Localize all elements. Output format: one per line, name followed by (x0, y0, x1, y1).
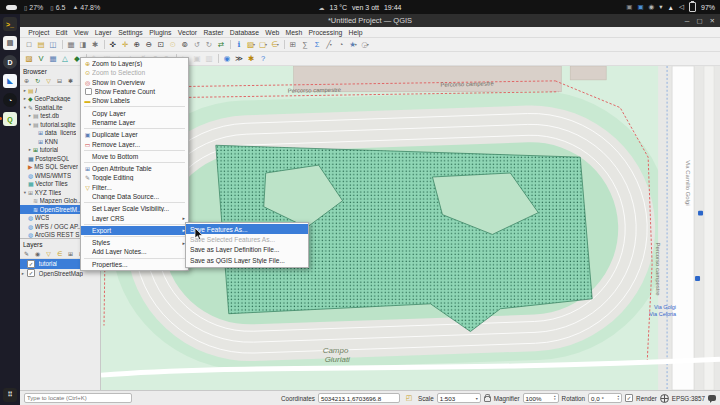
menu-layer[interactable]: Layer (92, 29, 115, 36)
vscode-icon[interactable]: ◣ (3, 74, 17, 88)
menu-mesh[interactable]: Mesh (282, 29, 305, 36)
context-menu-item-remove-layer[interactable]: ▭Remove Layer... (81, 139, 188, 148)
manage-map-themes-icon[interactable]: ◉ (34, 249, 42, 257)
context-menu-item-zoom-to-layer-s[interactable]: ⊕Zoom to Layer(s) (81, 59, 188, 68)
menu-database[interactable]: Database (227, 29, 262, 36)
open-attribute-table-icon[interactable]: ⊞ (288, 39, 299, 50)
zoom-to-selection-icon[interactable]: ⊙ (168, 39, 179, 50)
context-menu-item-rename-layer[interactable]: Rename Layer (81, 118, 188, 127)
context-menu-item-show-labels[interactable]: ▬Show Labels (81, 96, 188, 105)
refresh-map-icon[interactable]: ⇄ (216, 39, 227, 50)
save-project-icon[interactable]: ◫ (48, 39, 59, 50)
osm-place-search-icon[interactable]: ◉ (222, 53, 233, 64)
identify-features-icon[interactable]: ℹ (234, 39, 245, 50)
field-calculator-icon[interactable]: ∑ (300, 39, 311, 50)
deselect-features-dropdown-icon[interactable]: ▾ (265, 42, 267, 47)
layer-visibility-checkbox[interactable]: ✓ (27, 269, 35, 277)
menu-edit[interactable]: Edit (53, 29, 71, 36)
rotation-spinbox[interactable]: 0,0 ° ▴▾ (588, 393, 622, 403)
open-project-icon[interactable]: ▤ (36, 39, 47, 50)
select-by-expression-dropdown-icon[interactable]: ▾ (277, 42, 279, 47)
open-layer-styling-icon[interactable]: ✎ (23, 249, 31, 257)
menu-settings[interactable]: Settings (115, 29, 146, 36)
clock-weather[interactable]: ☁ 13 °C ven 3 ott 19:44 (319, 4, 402, 11)
map-tips-icon[interactable]: ◔ (336, 39, 347, 50)
display-load-indicator[interactable]: ▯6.5 (50, 4, 65, 11)
pan-map-icon[interactable]: ✜ (108, 39, 119, 50)
lock-scale-icon[interactable] (484, 396, 491, 402)
scale-dropdown-arrow[interactable]: ▾ (476, 396, 478, 401)
new-bookmark-icon[interactable]: ★▾ (348, 39, 359, 50)
menu-help[interactable]: Help (345, 29, 365, 36)
crs-status[interactable]: EPSG:3857 (672, 395, 705, 402)
close-button[interactable]: ✕ (710, 17, 715, 25)
context-menu-item-show-in-overview[interactable]: ◎Show in Overview (81, 78, 188, 87)
submenu-item-save-as-qgis-layer-style-file[interactable]: Save as QGIS Layer Style File... (186, 255, 308, 265)
new-print-layout-icon[interactable]: ▦ (66, 39, 77, 50)
title-bar[interactable]: *Untitled Project — QGIS ─ ▢ ✕ (20, 14, 720, 27)
magnifier-spinbox[interactable]: 100% ▴▾ (523, 393, 559, 403)
copy-features-icon[interactable]: ▣ (192, 53, 203, 64)
expand-all-icon[interactable]: ⊞ (67, 249, 75, 257)
touchpad-pill-icon[interactable] (6, 5, 17, 10)
system-tray[interactable]: ▣▣◉▾▲◁ 97% (626, 2, 715, 12)
layer-visibility-checkbox[interactable]: ✓ (27, 260, 35, 268)
context-menu-item-toggle-editing[interactable]: ✎Toggle Editing (81, 173, 188, 182)
extents-icon[interactable]: ◰ (403, 393, 414, 404)
maximize-button[interactable]: ▢ (696, 17, 702, 25)
style-manager-icon[interactable]: ✱ (90, 39, 101, 50)
help-icon[interactable]: ? (258, 53, 269, 64)
volume-icon[interactable]: ◁ (679, 3, 684, 11)
wifi-icon[interactable]: ▲ (668, 4, 674, 11)
select-features-icon[interactable]: ▧▾ (246, 39, 257, 50)
context-menu-item-duplicate-layer[interactable]: ▣Duplicate Layer (81, 130, 188, 139)
deselect-features-icon[interactable]: ▢▾ (258, 39, 269, 50)
new-project-icon[interactable]: □ (24, 39, 35, 50)
add-vector-layer-icon[interactable]: V (36, 53, 47, 64)
context-menu-item-change-data-source[interactable]: Change Data Source... (81, 192, 188, 201)
browser-properties-icon[interactable]: ✱ (67, 76, 75, 84)
menu-plugins[interactable]: Plugins (146, 29, 175, 36)
filter-legend-icon[interactable]: ▽ (45, 249, 53, 257)
menu-vector[interactable]: Vector (175, 29, 201, 36)
software-update-icon[interactable]: ▣ (637, 3, 643, 11)
filter-browser-icon[interactable]: ▽ (45, 76, 53, 84)
menu-view[interactable]: View (71, 29, 92, 36)
keyboard-indicator-icon[interactable]: ▾ (659, 3, 662, 11)
menu-web[interactable]: Web (262, 29, 282, 36)
show-apps-icon[interactable]: ⠿ (3, 388, 17, 402)
discord-icon[interactable]: D (3, 55, 17, 69)
context-menu-item-layer-crs[interactable]: Layer CRS▸ (81, 213, 188, 222)
context-menu-item-export[interactable]: Export▸ (81, 226, 188, 235)
add-mesh-layer-icon[interactable]: △ (60, 53, 71, 64)
scale-combobox[interactable]: 1:503 ▾ (437, 393, 481, 403)
context-menu-item-open-attribute-table[interactable]: ⊞Open Attribute Table (81, 164, 188, 173)
locator-input[interactable] (24, 393, 132, 403)
memory-load-indicator[interactable]: ▲47.8% (72, 4, 100, 11)
data-source-manager-icon[interactable]: ▨ (24, 53, 35, 64)
context-menu-item-properties[interactable]: Properties... (81, 260, 188, 269)
rotation-down-icon[interactable]: ▾ (617, 398, 619, 401)
context-menu-item-copy-layer[interactable]: Copy Layer (81, 108, 188, 117)
select-features-dropdown-icon[interactable]: ▾ (253, 42, 255, 47)
context-menu-item-styles[interactable]: Styles▸ (81, 238, 188, 247)
add-raster-layer-icon[interactable]: ▦ (48, 53, 59, 64)
pan-to-selection-icon[interactable]: ✛ (120, 39, 131, 50)
layout-manager-icon[interactable]: ◨ (78, 39, 89, 50)
filter-by-expression-icon[interactable]: ∈ (56, 249, 64, 257)
processing-toolbox-icon[interactable]: ✱ (246, 53, 257, 64)
crs-globe-icon[interactable] (660, 394, 669, 403)
battery-load-indicator[interactable]: ▯27% (24, 4, 43, 11)
context-menu-item-filter[interactable]: ▽Filter... (81, 183, 188, 192)
menu-processing[interactable]: Processing (305, 29, 345, 36)
zoom-last-icon[interactable]: ↺ (192, 39, 203, 50)
accessibility-icon[interactable]: ◉ (649, 3, 655, 11)
coordinates-field[interactable]: 5034213.1,6703696.8 (318, 393, 400, 403)
python-console-icon[interactable]: ≫ (234, 53, 245, 64)
expand-arrow-icon[interactable]: ▸ (20, 271, 26, 276)
measure-dropdown-icon[interactable]: ▾ (330, 42, 332, 47)
files-icon[interactable]: ▤ (3, 36, 17, 50)
submenu-item-save-as-layer-definition-file[interactable]: Save as Layer Definition File... (186, 245, 308, 255)
temporal-controller-dropdown-icon[interactable]: ▾ (367, 42, 369, 47)
refresh-browser-icon[interactable]: ↻ (34, 76, 42, 84)
